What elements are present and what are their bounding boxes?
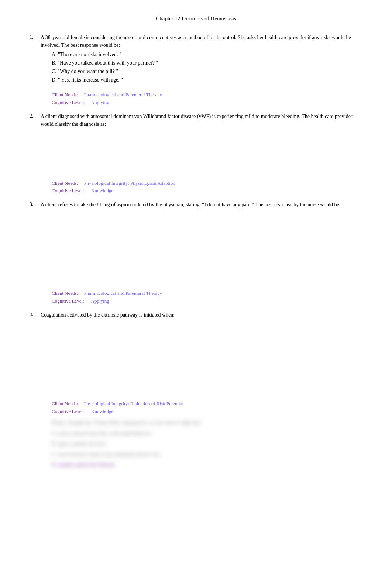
meta-line-2-client: Client Needs: Physiological Integrity: P… [52, 180, 362, 187]
client-needs-label-4: Client Needs: [52, 401, 78, 406]
question-item-4: 4. Coagulation activated by the extrinsi… [30, 311, 362, 472]
question-text-1: A 38-year-old female is considering the … [41, 35, 351, 48]
client-needs-value-2: Physiological Integrity: Physiological A… [84, 180, 175, 186]
meta-block-4: Client Needs: Physiological Integrity: R… [52, 400, 362, 415]
meta-line-4-client: Client Needs: Physiological Integrity: R… [52, 400, 362, 408]
cognitive-value-1: Applying [91, 100, 109, 105]
meta-line-1-cognitive: Cognitive Level: Applying [52, 99, 362, 107]
question-item-3: 3. A client refuses to take the 81 mg of… [30, 201, 362, 308]
answer-options-1: A. "There are no risks involved. " B. "H… [52, 51, 362, 84]
client-needs-value-1: Pharmacological and Parenteral Therapy [84, 92, 162, 97]
question-number-3: 3. [30, 201, 41, 308]
question-text-4: Coagulation activated by the extrinsic p… [41, 312, 175, 318]
answer-option-1a: A. "There are no risks involved. " [52, 51, 362, 58]
meta-line-4-cognitive: Cognitive Level: Knowledge [52, 408, 362, 415]
meta-block-1: Client Needs: Pharmacological and Parent… [52, 91, 362, 107]
question-content-4: Coagulation activated by the extrinsic p… [41, 311, 362, 472]
client-needs-value-4: Physiological Integrity: Reduction of Ri… [84, 401, 183, 406]
page-title: Chapter 12 Disorders of Hemostasis [30, 15, 362, 23]
question-text-3: A client refuses to take the 81 mg of as… [41, 202, 341, 207]
question-number-4: 4. [30, 311, 41, 472]
meta-line-1-client: Client Needs: Pharmacological and Parent… [52, 91, 362, 99]
question-text-2: A client diagnosed with autosomal domina… [41, 114, 353, 127]
cognitive-label-4: Cognitive Level: [52, 408, 84, 414]
cognitive-value-3: Applying [91, 298, 109, 304]
blurred-content: Ready, strength the, Theme them, Ageing … [52, 419, 362, 469]
client-needs-label-3: Client Needs: [52, 290, 78, 296]
question-list: 1. A 38-year-old female is considering t… [30, 34, 362, 471]
answer-option-1b: B. "Have you talked about this with your… [52, 59, 362, 67]
answer-option-1c: C. "Why do you want the pill? " [52, 68, 362, 75]
question-item-1: 1. A 38-year-old female is considering t… [30, 34, 362, 110]
cognitive-label-2: Cognitive Level: [52, 188, 84, 193]
question-item-2: 2. A client diagnosed with autosomal dom… [30, 113, 362, 198]
cognitive-label-1: Cognitive Level: [52, 100, 84, 105]
meta-line-3-cognitive: Cognitive Level: Applying [52, 297, 362, 305]
answer-option-1d: D. " Yes, risks increase with age. " [52, 76, 362, 84]
meta-block-2: Client Needs: Physiological Integrity: P… [52, 180, 362, 195]
meta-block-3: Client Needs: Pharmacological and Parent… [52, 290, 362, 305]
cognitive-value-2: Knowledge [91, 188, 113, 193]
meta-line-3-client: Client Needs: Pharmacological and Parent… [52, 290, 362, 297]
question-content-2: A client diagnosed with autosomal domina… [41, 113, 362, 198]
question-number-1: 1. [30, 34, 41, 110]
client-needs-value-3: Pharmacological and Parenteral Therapy [84, 290, 162, 296]
cognitive-label-3: Cognitive Level: [52, 298, 84, 304]
question-number-2: 2. [30, 113, 41, 198]
question-content-1: A 38-year-old female is considering the … [41, 34, 362, 110]
meta-line-2-cognitive: Cognitive Level: Knowledge [52, 187, 362, 195]
client-needs-label-1: Client Needs: [52, 92, 78, 97]
client-needs-label-2: Client Needs: [52, 180, 78, 186]
question-content-3: A client refuses to take the 81 mg of as… [41, 201, 362, 308]
cognitive-value-4: Knowledge [91, 408, 113, 414]
